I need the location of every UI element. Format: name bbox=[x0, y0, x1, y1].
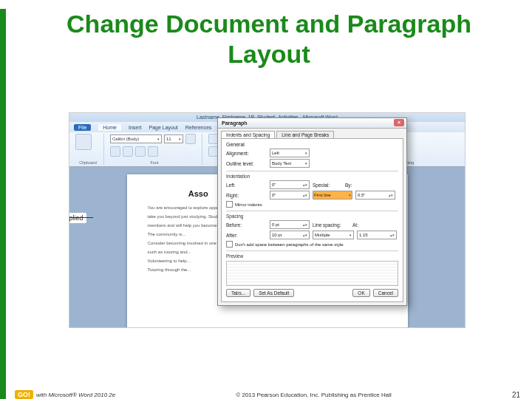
home-tab[interactable]: Home bbox=[98, 124, 121, 131]
special-label: Special: bbox=[313, 183, 342, 188]
line-spacing-combo[interactable]: Multiple▾ bbox=[313, 231, 354, 239]
font-size-combo[interactable]: 11▾ bbox=[164, 134, 183, 143]
slide-footer: GO! with Microsoft® Word 2010 2e © 2013 … bbox=[6, 390, 532, 399]
ok-button[interactable]: OK bbox=[352, 289, 369, 297]
right-indent-value: 0" bbox=[272, 193, 276, 197]
cancel-button[interactable]: Cancel bbox=[373, 289, 398, 297]
dialog-button-row: Tabs... Set As Default OK Cancel bbox=[226, 289, 398, 297]
dialog-title-text: Paragraph bbox=[222, 120, 248, 126]
callout-first-line-indent: First line indent applied bbox=[69, 213, 86, 223]
italic-icon[interactable] bbox=[110, 146, 120, 157]
by-label: By: bbox=[345, 183, 357, 188]
indents-spacing-tab[interactable]: Indents and Spacing bbox=[221, 131, 275, 138]
slide: Change Document and Paragraph Layout Fir… bbox=[0, 9, 532, 399]
slide-title: Change Document and Paragraph Layout bbox=[35, 9, 502, 69]
outline-combo[interactable]: Body Text▾ bbox=[270, 159, 310, 168]
dialog-body: General Alignment: Left▾ Outline level: … bbox=[221, 138, 403, 302]
alignment-combo[interactable]: Left▾ bbox=[270, 149, 310, 157]
strike-icon[interactable] bbox=[135, 146, 146, 157]
paste-icon[interactable] bbox=[75, 134, 92, 150]
after-spinner[interactable]: 10 pt▴▾ bbox=[270, 231, 310, 239]
file-tab[interactable]: File bbox=[74, 124, 91, 131]
page-layout-tab[interactable]: Page Layout bbox=[149, 125, 177, 130]
preview-label: Preview bbox=[226, 253, 398, 259]
font-name-combo[interactable]: Calibri (Body)▾ bbox=[110, 134, 162, 143]
no-space-same-style-checkbox[interactable] bbox=[226, 241, 233, 248]
set-default-button[interactable]: Set As Default bbox=[253, 289, 294, 297]
font-group: Calibri (Body)▾ 11▾ Font bbox=[107, 134, 202, 165]
preview-section: Preview bbox=[226, 250, 398, 286]
alignment-label: Alignment: bbox=[226, 151, 267, 156]
right-indent-label: Right: bbox=[226, 193, 267, 198]
general-section-label: General bbox=[226, 142, 398, 147]
close-icon[interactable]: × bbox=[394, 119, 404, 126]
heading-left: Asso bbox=[188, 189, 208, 198]
at-label: At: bbox=[352, 222, 364, 228]
dialog-titlebar: Paragraph × bbox=[218, 118, 406, 129]
paragraph-dialog: Paragraph × Indents and Spacing Line and… bbox=[217, 117, 407, 306]
before-label: Before: bbox=[226, 222, 267, 228]
font-name-value: Calibri (Body) bbox=[112, 137, 139, 141]
at-value: 1.15 bbox=[359, 233, 368, 237]
line-spacing-label: Line spacing: bbox=[313, 222, 349, 228]
font-size-value: 11 bbox=[166, 137, 171, 141]
underline-icon[interactable] bbox=[123, 146, 133, 157]
dialog-tabstrip: Indents and Spacing Line and Page Breaks bbox=[218, 129, 406, 138]
mirror-indents-checkbox[interactable] bbox=[226, 201, 233, 208]
spacing-section: Spacing Before: 0 pt▴▾ Line spacing: At:… bbox=[226, 211, 398, 248]
bold-icon[interactable] bbox=[185, 134, 196, 144]
references-tab[interactable]: References bbox=[185, 125, 212, 130]
by-spinner[interactable]: 0.5"▴▾ bbox=[355, 191, 395, 200]
indentation-label: Indentation bbox=[226, 174, 398, 179]
footer-copyright: © 2013 Pearson Education, Inc. Publishin… bbox=[115, 392, 512, 398]
clipboard-group: Clipboard bbox=[72, 134, 104, 165]
preview-box bbox=[226, 261, 398, 286]
before-value: 0 pt bbox=[272, 222, 279, 227]
left-indent-label: Left: bbox=[226, 183, 267, 188]
insert-tab[interactable]: Insert bbox=[129, 125, 142, 130]
footer-left: with Microsoft® Word 2010 2e bbox=[36, 392, 115, 398]
left-indent-spinner[interactable]: 0"▴▾ bbox=[270, 180, 310, 189]
line-spacing-value: Multiple bbox=[315, 233, 330, 237]
clipboard-label: Clipboard bbox=[75, 160, 100, 165]
indentation-section: Indentation Left: 0"▴▾ Special: By: Righ… bbox=[226, 171, 398, 208]
outline-label: Outline level: bbox=[226, 161, 267, 166]
font-color-icon[interactable] bbox=[148, 146, 158, 157]
callout-line bbox=[69, 217, 93, 218]
by-value: 0.5" bbox=[358, 193, 365, 197]
after-value: 10 pt bbox=[272, 233, 282, 237]
special-combo[interactable]: First line▾ bbox=[313, 191, 352, 200]
before-spinner[interactable]: 0 pt▴▾ bbox=[270, 220, 310, 229]
left-indent-value: 0" bbox=[272, 183, 276, 187]
spacing-label: Spacing bbox=[226, 214, 398, 219]
tabs-button[interactable]: Tabs... bbox=[226, 289, 250, 297]
right-indent-spinner[interactable]: 0"▴▾ bbox=[270, 191, 310, 200]
no-space-same-style-label: Don't add space between paragraphs of th… bbox=[235, 242, 344, 247]
at-spinner[interactable]: 1.15▴▾ bbox=[357, 231, 397, 239]
page-number: 21 bbox=[512, 391, 520, 399]
font-label: Font bbox=[110, 160, 199, 165]
after-label: After: bbox=[226, 233, 267, 238]
go-badge: GO! bbox=[15, 390, 33, 399]
mirror-indents-label: Mirror indents bbox=[235, 202, 262, 207]
outline-value: Body Text bbox=[272, 161, 291, 166]
word-screenshot: First line indent applied Lastname_First… bbox=[69, 112, 466, 328]
alignment-value: Left bbox=[272, 151, 279, 155]
line-page-breaks-tab[interactable]: Line and Page Breaks bbox=[276, 131, 334, 138]
special-value: First line bbox=[314, 193, 331, 197]
